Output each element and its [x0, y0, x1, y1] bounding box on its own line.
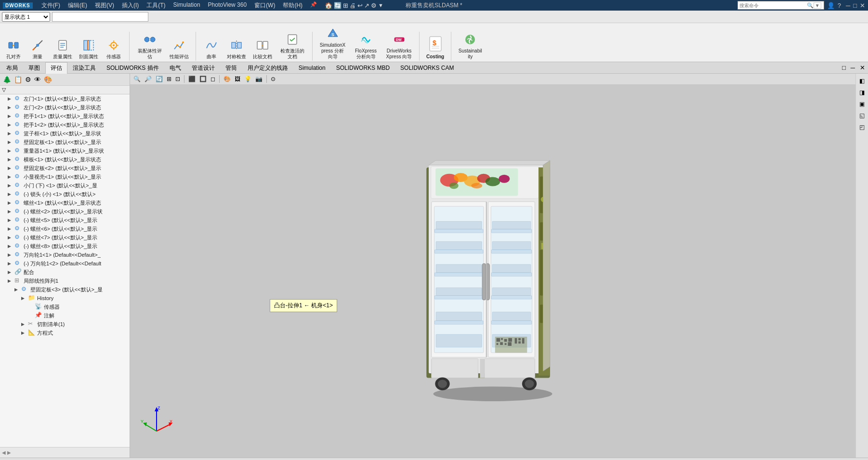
tab-渲染工具[interactable]: 渲染工具 — [67, 62, 101, 74]
quick-grid-icon[interactable]: ⊞ — [343, 2, 348, 9]
vp-color-icon[interactable]: 🎨 — [222, 75, 232, 83]
right-btn-3[interactable]: ▣ — [857, 99, 868, 109]
tree-item-传感器[interactable]: 📡 传感器 — [0, 302, 130, 311]
tab-solidworks插件[interactable]: SOLIDWORKS 插件 — [101, 62, 164, 74]
menu-view[interactable]: 视图(V) — [91, 0, 118, 11]
appearance-icon[interactable]: 🎨 — [43, 75, 53, 84]
right-btn-2[interactable]: ◨ — [857, 87, 868, 98]
tree-item-左门2[interactable]: ▶ ⚙ 左门<2> (默认<<默认>_显示状态 — [0, 103, 130, 112]
vp-display2-icon[interactable]: ◻ — [209, 75, 217, 83]
tab-管道设计[interactable]: 管道设计 — [186, 62, 220, 74]
tab-布局[interactable]: 布局 — [1, 62, 23, 74]
tab-Simulation[interactable]: Simulation — [293, 63, 331, 73]
quick-arrow-icon[interactable]: ↗ — [364, 2, 369, 9]
tree-item-锁头小1[interactable]: ▶ ⚙ (-) 锁头 (小) <1> (默认<<默认> — [0, 190, 130, 198]
menu-help[interactable]: 帮助(H) — [279, 0, 306, 11]
ribbon-btn-FloXpress[interactable]: FloXpress 分析向导 — [351, 31, 381, 61]
search-input[interactable] — [739, 3, 807, 8]
tree-item-壁固定板3[interactable]: ▶ ⚙ 壁固定板<3> (默认<<默认>_显 — [0, 285, 130, 294]
ribbon-btn-曲率[interactable]: 曲率 — [201, 37, 222, 61]
tree-item-history[interactable]: ▶ 📁 History — [0, 294, 130, 302]
tab-电气[interactable]: 电气 — [164, 62, 186, 74]
menu-insert[interactable]: 插入(I) — [118, 0, 143, 11]
menu-pin[interactable]: 📌 — [306, 0, 321, 11]
menu-file[interactable]: 文件(F) — [38, 0, 64, 11]
help-icon[interactable]: ? — [838, 2, 841, 9]
ribbon-btn-比较文档[interactable]: 比较文档 — [251, 37, 274, 61]
restore-button[interactable]: □ — [853, 2, 857, 9]
tree-item-篮子框1[interactable]: ▶ ⚙ 篮子框<1> (默认<<默认>_显示状 — [0, 129, 130, 138]
tab-solidworks-cam[interactable]: SOLIDWORKS CAM — [395, 63, 459, 73]
right-btn-1[interactable]: ◧ — [857, 76, 868, 86]
tree-item-横板1[interactable]: ▶ ⚙ 横板<1> (默认<<默认>_显示状态 — [0, 155, 130, 164]
menu-edit[interactable]: 编辑(E) — [64, 0, 91, 11]
tree-item-壁固定板2[interactable]: ▶ ⚙ 壁固定板<2> (默认<<默认>_显示 — [0, 164, 130, 172]
tab-restore-icon[interactable]: □ — [840, 63, 848, 72]
tab-solidworks-mbd[interactable]: SOLIDWORKS MBD — [331, 63, 395, 73]
user-icon[interactable]: 👤 — [827, 2, 835, 9]
vp-view-icon[interactable]: ⬛ — [187, 75, 197, 83]
ribbon-btn-对称检查[interactable]: 对称检查 — [225, 37, 248, 61]
vp-scene-icon[interactable]: 🖼 — [233, 75, 242, 83]
vp-box-icon[interactable]: ⊡ — [174, 75, 182, 83]
viewport[interactable]: 🔍 🔎 🔄 ⊞ ⊡ ⬛ 🔲 ◻ 🎨 🖼 💡 📷 ⊙ — [130, 74, 855, 458]
close-button[interactable]: ✕ — [860, 2, 865, 9]
tab-评估[interactable]: 评估 — [45, 62, 67, 74]
ribbon-btn-Sustainability[interactable]: Sustainability — [456, 31, 484, 61]
tab-close-icon[interactable]: ✕ — [858, 63, 867, 72]
search-box[interactable]: 🔍 ▼ — [737, 1, 824, 10]
tree-icon[interactable]: 🌲 — [2, 75, 12, 84]
tab-用户定义的线路[interactable]: 用户定义的线路 — [242, 62, 293, 74]
search-dropdown-icon[interactable]: ▼ — [814, 2, 821, 9]
display-state-select[interactable]: 显示状态 1 — [2, 12, 50, 22]
tree-item-螺丝1[interactable]: ▶ ⚙ 螺丝<1> (默认<<默认>_显示状态 — [0, 198, 130, 207]
ribbon-btn-传感器[interactable]: 传感器 — [103, 37, 124, 61]
ribbon-btn-装配体性评估[interactable]: 装配体性评估 — [134, 31, 165, 61]
tab-草图[interactable]: 草图 — [23, 62, 45, 74]
ribbon-btn-剖面属性[interactable]: 剖面属性 — [77, 37, 100, 61]
ribbon-btn-SimulationXpress[interactable]: S SimulationXpress 分析向导 — [317, 25, 348, 61]
ribbon-btn-测量[interactable]: 测量 — [27, 37, 48, 61]
tree-item-配合[interactable]: ▶ 🔗 配合 — [0, 268, 130, 276]
quick-home-icon[interactable]: 🏠 — [325, 2, 332, 9]
tab-管筒[interactable]: 管筒 — [220, 62, 242, 74]
tree-item-万向轮1-2[interactable]: ▶ ⚙ (-) 万向轮1<2> (Default<<Default — [0, 259, 130, 268]
tree-item-螺丝2[interactable]: ▶ ⚙ (-) 螺丝<2> (默认<<默认>_显示状 — [0, 207, 130, 216]
vp-search-icon[interactable]: 🔍 — [132, 75, 142, 83]
tree-item-小门下1[interactable]: ▶ ⚙ 小门 (下) <1> (默认<<默认>_显 — [0, 181, 130, 190]
vp-zoom-icon[interactable]: 🔎 — [143, 75, 153, 83]
vp-camera-icon[interactable]: 📷 — [254, 75, 264, 83]
vp-light-icon[interactable]: 💡 — [243, 75, 253, 83]
ribbon-btn-Costing[interactable]: $ Costing — [424, 37, 446, 61]
tree-item-螺丝8[interactable]: ▶ ⚙ (-) 螺丝<8> (默认<<默认>_显示 — [0, 242, 130, 250]
right-btn-5[interactable]: ◰ — [857, 122, 868, 132]
minimize-button[interactable]: ─ — [846, 2, 850, 9]
quick-undo-icon[interactable]: ↩ — [357, 2, 363, 9]
ribbon-btn-检查激活的文档[interactable]: 检查激活的文档 — [277, 31, 307, 61]
tree-item-螺丝6[interactable]: ▶ ⚙ (-) 螺丝<6> (默认<<默认>_显示 — [0, 224, 130, 233]
menu-window[interactable]: 窗口(W) — [250, 0, 279, 11]
menu-tools[interactable]: 工具(T) — [143, 0, 169, 11]
menu-photoview[interactable]: PhotoView 360 — [204, 0, 251, 11]
tree-item-壁固定板1[interactable]: ▶ ⚙ 壁固定板<1> (默认<<默认>_显示 — [0, 138, 130, 146]
vp-display1-icon[interactable]: 🔲 — [198, 75, 208, 83]
quick-settings-icon[interactable]: ⚙ — [371, 2, 377, 9]
feature-tree[interactable]: ▶ ⚙ 左门<1> (默认<<默认>_显示状态 ▶ ⚙ 左门<2> (默认<<默… — [0, 94, 130, 447]
tree-item-左门1[interactable]: ▶ ⚙ 左门<1> (默认<<默认>_显示状态 — [0, 94, 130, 103]
tree-item-局部线性阵列1[interactable]: ▶ ⊞ 局部线性阵列1 — [0, 276, 130, 285]
tree-item-螺丝7[interactable]: ▶ ⚙ (-) 螺丝<7> (默认<<默认>_显示 — [0, 233, 130, 242]
tree-item-注解[interactable]: 📌 注解 — [0, 311, 130, 320]
tree-item-把手1-2[interactable]: ▶ ⚙ 把手1<2> (默认<<默认>_显示状态 — [0, 120, 130, 129]
tree-item-切割清单[interactable]: ▶ ✂ 切割清单(1) — [0, 320, 130, 329]
properties-icon[interactable]: 📋 — [13, 75, 23, 84]
tree-item-螺丝5[interactable]: ▶ ⚙ (-) 螺丝<5> (默认<<默认>_显示 — [0, 216, 130, 224]
command-input[interactable] — [52, 12, 148, 22]
quick-print-icon[interactable]: 🖨 — [350, 2, 356, 9]
quick-more-icon[interactable]: ▼ — [378, 2, 383, 8]
tab-min-icon[interactable]: ─ — [849, 63, 857, 72]
tree-item-把手1-1[interactable]: ▶ ⚙ 把手1<1> (默认<<默认>_显示状态 — [0, 112, 130, 120]
config-icon[interactable]: ⚙ — [24, 75, 32, 84]
tree-item-万向轮1-1[interactable]: ▶ ⚙ 万向轮1<1> (Default<<Default>_ — [0, 250, 130, 259]
vp-realview-icon[interactable]: ⊙ — [269, 75, 277, 83]
ribbon-btn-性能评估[interactable]: 性能评估 — [168, 37, 191, 61]
